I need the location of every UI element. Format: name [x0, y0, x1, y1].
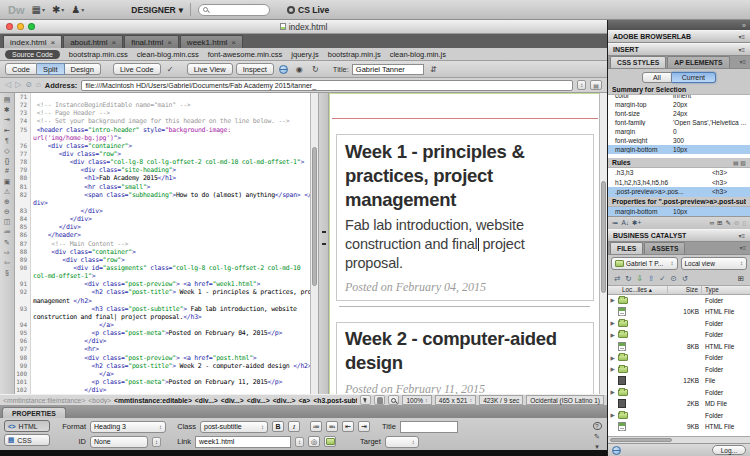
window-titlebar[interactable]: index.html	[0, 20, 607, 34]
design-scrollbar-thumb[interactable]	[601, 181, 606, 293]
format-select[interactable]: Heading 3↕	[90, 421, 166, 433]
format-source-icon[interactable]: §	[5, 269, 9, 276]
wrap-tag-icon[interactable]: ◫	[4, 218, 11, 225]
check-in-icon[interactable]: ⊙	[670, 274, 676, 283]
tag-chip[interactable]: <h3.post-subtitle>	[313, 397, 357, 404]
css-summary-row[interactable]: font-weight300	[608, 136, 750, 145]
line-numbers-icon[interactable]: #	[5, 167, 9, 174]
code-line[interactable]: 86 </header>	[15, 231, 310, 239]
code-line[interactable]: 100 </a>	[15, 370, 310, 378]
expander-icon[interactable]: ▶	[608, 297, 617, 303]
code-line[interactable]: 72 <!-- InstanceBeginEditable name="main…	[15, 101, 310, 109]
preview-in-browser-icon[interactable]	[277, 63, 290, 75]
code-line[interactable]: 89 <div class="row">	[15, 256, 310, 264]
code-line[interactable]: 81 <hr class="small">	[15, 183, 310, 191]
design-scrollbar[interactable]	[599, 93, 607, 394]
highlight-invalid-code-icon[interactable]: ▣	[4, 178, 11, 185]
related-file-bootstrap-min-css[interactable]: bootstrap.min.css	[69, 50, 128, 59]
refresh-icon[interactable]: ↻	[625, 274, 631, 283]
file-row[interactable]: ▶Folder	[608, 318, 750, 330]
file-row[interactable]: 9KBHTML File	[608, 421, 750, 433]
file-row[interactable]: ▶Folder	[608, 364, 750, 376]
disable-property-icon[interactable]: ⊘	[734, 219, 739, 227]
related-file-clean-blog-min-css[interactable]: clean-blog.min.css	[137, 50, 199, 59]
code-line[interactable]: 95 <p class="post-meta">Posted on Februa…	[15, 329, 310, 337]
tag-chip[interactable]: <a>	[299, 397, 311, 404]
collapse-panel-icon[interactable]: ▾	[595, 443, 599, 450]
outdent-code-icon[interactable]: ⇦	[4, 259, 10, 266]
expander-icon[interactable]: ▶	[608, 355, 617, 361]
code-line[interactable]: 83 </div>	[15, 207, 310, 215]
tag-chip[interactable]: <div...>	[221, 397, 244, 404]
view-select[interactable]: Local view↕	[681, 257, 748, 270]
expand-all-icon[interactable]: ¶	[5, 137, 9, 144]
panel-adobe-browserlab[interactable]: ADOBE BROWSERLAB▾≡	[608, 30, 750, 43]
code-line[interactable]: 74 <!-- Set your background image for th…	[15, 117, 310, 125]
indent-code-icon[interactable]: ⇨	[4, 249, 10, 256]
move-css-icon[interactable]: ✎	[4, 239, 10, 246]
code-line[interactable]: 98 <div class="post-preview"> <a href="p…	[15, 354, 310, 362]
file-row[interactable]: ▶Folder	[608, 352, 750, 364]
recent-snippets-icon[interactable]: ≔	[4, 228, 11, 235]
code-line[interactable]: 80 <h1>Fab Academy 2015</h1>	[15, 174, 310, 182]
unordered-list-button[interactable]: ≔	[310, 421, 322, 432]
code-line[interactable]: 94 </a>	[15, 321, 310, 329]
site-select[interactable]: Gabriel T P...↕	[611, 257, 678, 270]
indent-button[interactable]: ⇥	[358, 421, 370, 432]
post-meta-week1[interactable]: Posted on February 04, 2015	[345, 280, 585, 295]
show-set-properties-icon[interactable]: ✱+	[632, 219, 641, 227]
extend-dreamweaver-button[interactable]: ✱▾	[52, 5, 64, 15]
site-menu-button[interactable]: ♟▾	[71, 5, 84, 15]
link-input[interactable]: week1.html	[195, 436, 291, 448]
column-local-files[interactable]: Loc...iles▴	[608, 286, 668, 293]
tab-ap-elements[interactable]: AP ELEMENTS	[667, 56, 729, 68]
back-icon[interactable]: ◁	[5, 81, 11, 89]
select-parent-tag-icon[interactable]: ◇	[4, 147, 9, 154]
visual-aids-icon[interactable]: ◉	[293, 63, 306, 75]
column-type[interactable]: Type	[702, 286, 750, 293]
file-row[interactable]: ▶Folder	[608, 387, 750, 399]
tag-chip[interactable]: <mmtinstance:editable>	[114, 397, 192, 404]
css-summary-row[interactable]: margin0	[608, 127, 750, 136]
close-icon[interactable]: ×	[167, 38, 172, 47]
point-to-file-icon[interactable]: ◎	[308, 436, 320, 447]
expander-icon[interactable]: ▶	[608, 389, 617, 395]
document-title-input[interactable]: Gabriel Tanner	[352, 64, 424, 75]
doc-tab-about.html[interactable]: about.html×	[63, 35, 123, 48]
doc-tab-index.html[interactable]: index.html×	[3, 35, 62, 48]
panel-menu-icon[interactable]: ▾≡	[738, 232, 745, 239]
file-row[interactable]: ▶Folder	[608, 410, 750, 422]
css-rule-row[interactable]: h1,h2,h3,h4,h5,h6<h3>	[608, 178, 750, 188]
css-summary-row[interactable]: font-size24px	[608, 109, 750, 118]
html-properties-button[interactable]: <>HTML	[4, 420, 50, 432]
css-summary-row[interactable]: margin-top20px	[608, 100, 750, 109]
doc-tab-final.html[interactable]: final.html×	[124, 35, 179, 48]
get-files-icon[interactable]: ⇩	[637, 274, 643, 283]
file-row[interactable]: 2KBMD File	[608, 398, 750, 410]
magnification-select[interactable]: 100%↕	[402, 395, 431, 405]
layout-switcher-button[interactable]: ▦▾	[32, 5, 45, 15]
quick-tag-edit-icon[interactable]: ✎	[594, 433, 600, 440]
doc-tab-week1.html[interactable]: week1.html×	[180, 35, 243, 48]
collapse-to-icons-button[interactable]: »	[742, 22, 746, 29]
related-file-source-code[interactable]: Source Code	[5, 50, 60, 59]
current-mode-button[interactable]: Current	[672, 72, 716, 83]
post-preview-week1[interactable]: Week 1 - principles & practices, project…	[336, 134, 594, 301]
inspect-button[interactable]: Inspect	[236, 63, 274, 75]
file-row[interactable]: 12KBFile	[608, 375, 750, 387]
post-meta-week2[interactable]: Posted on February 11, 2015	[345, 382, 585, 394]
panel-menu-icon[interactable]: ▾≡	[738, 46, 745, 53]
file-row[interactable]: 8KBHTML File	[608, 341, 750, 353]
code-line[interactable]: 87 <!-- Main Content -->	[15, 240, 310, 248]
code-line[interactable]: 82 <span class="subheading">How to do (a…	[15, 191, 310, 199]
tag-chip[interactable]: <mmtinstance:fileinstance>	[3, 397, 85, 404]
file-row[interactable]: ▶Folder	[608, 329, 750, 341]
zoom-tool-icon[interactable]	[388, 395, 399, 405]
address-list-icon[interactable]: ▤	[590, 80, 602, 90]
apply-comment-icon[interactable]: ⊕	[4, 198, 10, 205]
related-file-bootstrap-min-js[interactable]: bootstrap.min.js	[328, 50, 381, 59]
syntax-error-alerts-icon[interactable]: ⚠	[4, 188, 10, 195]
panel-menu-icon[interactable]: ▾≡	[738, 33, 745, 40]
file-row[interactable]: 10KBHTML File	[608, 306, 750, 318]
code-line[interactable]: 85 </div>	[15, 223, 310, 231]
